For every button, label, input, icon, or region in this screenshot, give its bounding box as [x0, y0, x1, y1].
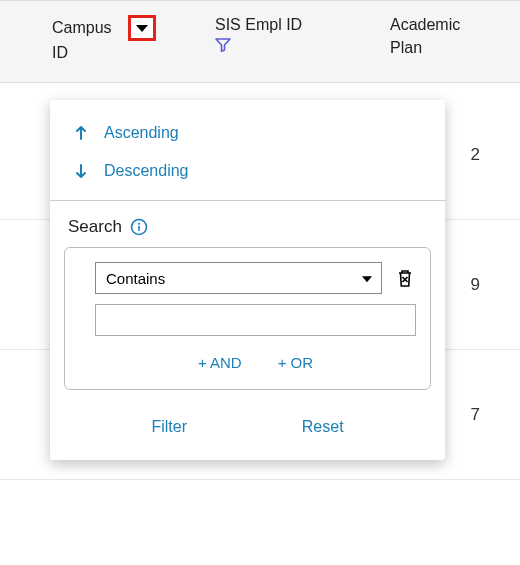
reset-button[interactable]: Reset — [292, 412, 354, 442]
sort-label: Ascending — [104, 124, 179, 142]
table-header: Campus ID SIS Empl ID Academic Plan — [0, 0, 520, 83]
trash-x-icon — [396, 268, 414, 288]
arrow-up-icon — [72, 125, 90, 141]
operator-select[interactable]: Contains — [95, 262, 382, 294]
sort-label: Descending — [104, 162, 189, 180]
filter-value-input[interactable] — [95, 304, 416, 336]
column-menu-popup: Ascending Descending Search Contains — [50, 100, 445, 460]
search-label: Search — [68, 217, 122, 237]
filter-button[interactable]: Filter — [141, 412, 197, 442]
svg-point-1 — [138, 223, 140, 225]
add-and-button[interactable]: + AND — [198, 354, 242, 371]
column-header-sis-empl-id[interactable]: SIS Empl ID — [215, 15, 390, 52]
column-header-campus-id[interactable]: Campus ID — [0, 15, 215, 64]
caret-down-icon — [136, 25, 148, 32]
divider — [50, 200, 445, 201]
column-header-academic-plan[interactable]: Academic Plan — [390, 15, 520, 59]
svg-rect-2 — [138, 226, 140, 231]
info-icon[interactable] — [130, 218, 148, 236]
sort-descending[interactable]: Descending — [50, 152, 445, 190]
add-or-button[interactable]: + OR — [278, 354, 313, 371]
clear-filter-button[interactable] — [394, 267, 416, 289]
column-label: Academic — [390, 15, 520, 36]
column-menu-trigger[interactable] — [128, 15, 156, 41]
filter-icon[interactable] — [215, 38, 390, 52]
column-label: Plan — [390, 38, 520, 59]
column-label: Campus — [52, 18, 112, 39]
filter-builder: Contains + AND + OR — [64, 247, 431, 390]
column-label: SIS Empl ID — [215, 15, 390, 36]
sort-ascending[interactable]: Ascending — [50, 114, 445, 152]
arrow-down-icon — [72, 163, 90, 179]
column-label: ID — [52, 43, 215, 64]
